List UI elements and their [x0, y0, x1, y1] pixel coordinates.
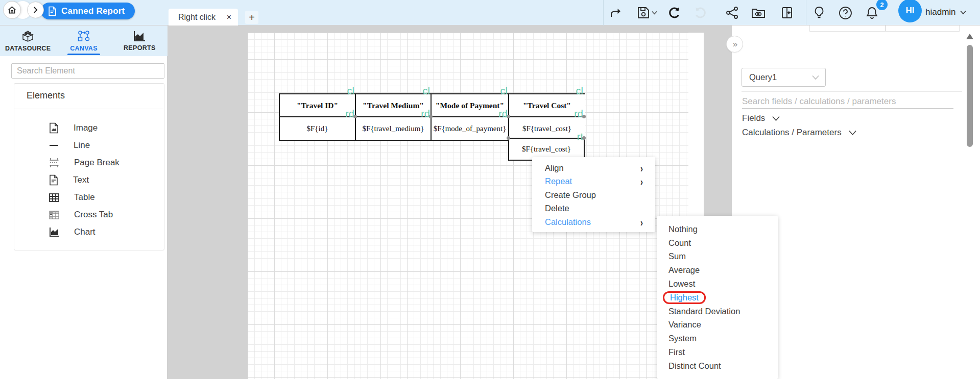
- menu-item-repeat[interactable]: Repeat ›: [532, 175, 655, 189]
- tab-right-click[interactable]: Right click ×: [169, 9, 238, 26]
- table-field-cell[interactable]: $F{mode_of_payment}: [432, 117, 509, 140]
- table-field-cell[interactable]: $F{id}: [280, 117, 356, 140]
- chevron-down-icon: [849, 130, 856, 136]
- tab-datasource-label: DATASOURCE: [5, 45, 51, 52]
- reports-icon: [133, 30, 146, 42]
- report-designer-app: Canned Report Right click × +: [0, 0, 980, 379]
- element-item-text[interactable]: Text: [14, 171, 164, 189]
- submenu-item-average[interactable]: Average: [657, 263, 778, 277]
- collapse-panel-button[interactable]: »: [726, 36, 743, 53]
- expand-breadcrumb-button[interactable]: [27, 2, 44, 18]
- scrollbar-up-arrow[interactable]: [966, 34, 973, 39]
- chart-icon: [49, 226, 60, 238]
- tab-canvas-label: CANVAS: [70, 45, 98, 52]
- report-title: Canned Report: [61, 6, 125, 16]
- resize-handle[interactable]: [582, 115, 586, 118]
- tab-reports[interactable]: REPORTS: [112, 26, 168, 56]
- insights-button[interactable]: [809, 3, 829, 22]
- tab-datasource[interactable]: DATASOURCE: [0, 26, 56, 56]
- submenu-arrow-icon: ›: [640, 175, 643, 187]
- resize-handle[interactable]: [582, 136, 586, 140]
- submenu-item-system[interactable]: System: [657, 332, 778, 345]
- resize-handle[interactable]: [507, 115, 510, 118]
- tab-canvas[interactable]: CANVAS: [56, 26, 111, 56]
- menu-item-align[interactable]: Align ›: [532, 161, 655, 175]
- tab-label: Right click: [178, 13, 216, 22]
- menu-item-create-group[interactable]: Create Group: [532, 188, 655, 202]
- submenu-item-highest[interactable]: Highest: [657, 291, 778, 305]
- element-item-table[interactable]: Table: [14, 189, 164, 206]
- home-icon: [7, 5, 17, 15]
- submenu-item-variance[interactable]: Variance: [657, 318, 778, 332]
- element-item-image[interactable]: Image: [14, 119, 164, 137]
- chevron-right-icon: [32, 7, 39, 13]
- menu-item-calculations[interactable]: Calculations ›: [532, 215, 655, 229]
- submenu-arrow-icon: ›: [640, 162, 643, 174]
- undo-button[interactable]: [665, 3, 684, 22]
- table-header-cell[interactable]: "Mode of Payment": [432, 94, 509, 117]
- avatar[interactable]: HI: [898, 0, 922, 22]
- table-icon: [49, 192, 60, 203]
- submenu-item-count[interactable]: Count: [657, 236, 778, 250]
- save-dropdown-chevron-icon[interactable]: [652, 11, 657, 15]
- element-item-line[interactable]: Line: [14, 137, 164, 154]
- topbar: Canned Report Right click × +: [0, 0, 980, 26]
- submenu-item-lowest[interactable]: Lowest: [657, 277, 778, 291]
- search-fields-input[interactable]: [742, 95, 953, 109]
- folder-eye-icon: [751, 7, 766, 19]
- help-icon: [839, 6, 852, 20]
- tab-close-icon[interactable]: ×: [227, 13, 231, 22]
- highlight-ring: Highest: [663, 291, 706, 304]
- submenu-item-standard-deviation[interactable]: Standard Deviation: [657, 305, 778, 318]
- element-label: Page Break: [74, 158, 119, 168]
- help-button[interactable]: [835, 3, 855, 22]
- element-item-page-break[interactable]: Page Break: [14, 154, 164, 171]
- new-tab-button[interactable]: +: [245, 11, 258, 24]
- query-select-dropdown[interactable]: Query1: [742, 68, 826, 87]
- username-menu[interactable]: hiadmin: [925, 7, 966, 17]
- submenu-item-sum[interactable]: Sum: [657, 250, 778, 264]
- notification-badge: 2: [876, 0, 888, 10]
- element-item-chart[interactable]: Chart: [14, 223, 164, 241]
- redo-button-disabled: [690, 3, 710, 22]
- tab-reports-label: REPORTS: [124, 44, 156, 52]
- elements-divider: [14, 109, 164, 109]
- table-field-cell[interactable]: $F{travel_cost}: [509, 117, 585, 140]
- submenu-item-distinct-count[interactable]: Distinct Count: [657, 359, 778, 373]
- resize-handle[interactable]: [429, 115, 433, 118]
- table-header-cell[interactable]: "Travel ID": [280, 94, 356, 117]
- bell-icon: [865, 6, 879, 20]
- image-icon: [49, 122, 59, 134]
- calculations-parameters-section-toggle[interactable]: Calculations / Parameters: [742, 128, 856, 138]
- cross-tab-icon: [49, 209, 60, 220]
- username-label: hiadmin: [925, 7, 956, 17]
- preview-button[interactable]: [749, 3, 768, 22]
- fields-section-toggle[interactable]: Fields: [742, 113, 780, 123]
- table-header-cell[interactable]: "Travel Cost": [509, 94, 585, 117]
- save-button[interactable]: [635, 3, 659, 22]
- panel-arrow-icon: [781, 6, 793, 19]
- table-field-cell[interactable]: $F{travel_medium}: [356, 117, 432, 140]
- table-header-cell[interactable]: "Travel Medium": [356, 94, 432, 117]
- query-select-value: Query1: [749, 72, 777, 82]
- submenu-item-first[interactable]: First: [657, 345, 778, 359]
- element-item-cross-tab[interactable]: Cross Tab: [14, 206, 164, 223]
- document-icon: [48, 6, 57, 16]
- report-title-pill[interactable]: Canned Report: [41, 3, 135, 19]
- search-element-input[interactable]: [11, 63, 164, 79]
- panel-export-button[interactable]: [777, 3, 797, 22]
- home-button[interactable]: [3, 1, 21, 19]
- element-label: Image: [74, 123, 98, 133]
- resize-handle[interactable]: [353, 115, 357, 118]
- double-chevron-right-icon: »: [733, 39, 736, 49]
- left-panel-tabs: DATASOURCE CANVAS REPORTS: [0, 26, 168, 56]
- page-break-icon: [49, 157, 60, 168]
- submenu-item-nothing[interactable]: Nothing: [657, 222, 778, 236]
- menu-item-delete[interactable]: Delete: [532, 202, 655, 216]
- calculations-submenu: Nothing Count Sum Average Lowest Highest…: [657, 216, 778, 379]
- resize-handle[interactable]: [507, 136, 510, 140]
- forward-arrow-button[interactable]: [607, 3, 626, 22]
- scrollbar-thumb[interactable]: [967, 45, 973, 147]
- share-button[interactable]: [723, 3, 742, 22]
- element-label: Table: [74, 192, 95, 203]
